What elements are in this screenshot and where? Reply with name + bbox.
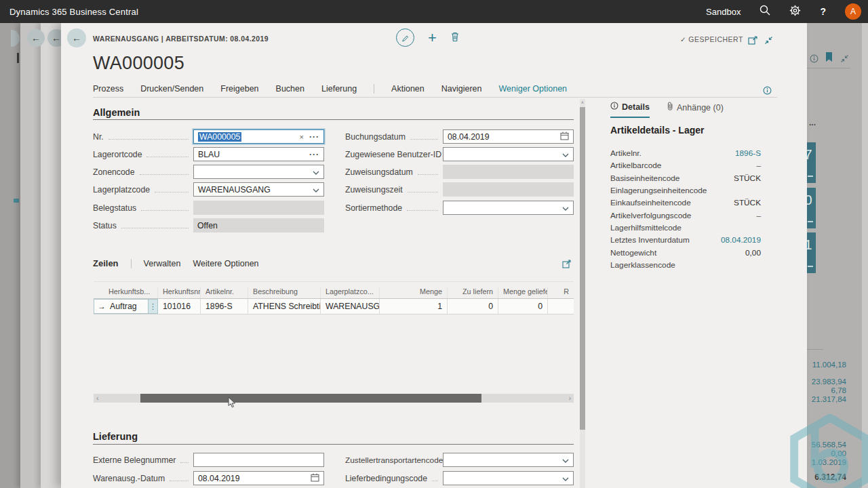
chevron-down-icon[interactable] [562, 474, 569, 483]
tab-anhaenge[interactable]: Anhänge (0) [667, 102, 724, 118]
chevron-down-icon[interactable] [313, 185, 319, 195]
menu-navigieren[interactable]: Navigieren [441, 84, 482, 94]
factbox-heading: Artikeldetails - Lager [610, 125, 705, 136]
warenausgang-card-page: ← WARENAUSGANG | ARBEITSDATUM: 08.04.201… [61, 23, 807, 488]
search-icon[interactable] [760, 5, 770, 18]
column-header[interactable]: Herkunftsb... [94, 287, 158, 298]
info-icon[interactable] [763, 85, 772, 98]
externe-belegnummer-field[interactable] [193, 453, 324, 467]
column-header[interactable]: Menge geliefert [498, 287, 548, 298]
lagerortcode-field[interactable]: BLAU ··· [193, 147, 324, 161]
column-header[interactable]: Beschreibung [248, 287, 321, 298]
chevron-down-icon[interactable] [562, 150, 569, 159]
zustellertransportartencode-field[interactable] [443, 453, 574, 467]
field-label: Zustellertransportartencode [345, 455, 443, 465]
field-label: Zuweisungszeit [345, 185, 443, 195]
empty-cell[interactable] [548, 299, 574, 314]
scrollbar-thumb[interactable] [140, 394, 481, 403]
field-label: Externe Belegnummer [93, 455, 193, 465]
zonencode-field[interactable] [193, 165, 324, 179]
lines-more-options-menu[interactable]: Weitere Optionen [193, 259, 258, 268]
info-icon [610, 102, 618, 112]
column-header[interactable]: Menge [380, 287, 448, 298]
lines-manage-menu[interactable]: Verwalten [144, 259, 181, 268]
environment-badge[interactable]: Sandbox [706, 7, 741, 17]
lines-table: Herkunftsb... Herkunftsnr. Artikelnr. Be… [94, 281, 574, 314]
scroll-up-icon[interactable]: ∧ [580, 99, 585, 106]
chevron-down-icon[interactable] [313, 167, 319, 177]
buchungsdatum-field[interactable]: 08.04.2019 [443, 129, 574, 144]
description-cell[interactable]: ATHENS Schreibtisch [248, 299, 321, 314]
field-label: Lieferbedingungscode [345, 474, 443, 483]
column-header[interactable]: Lagerplatzco... [321, 287, 380, 298]
scroll-left-icon[interactable]: ‹ [96, 394, 98, 403]
tab-details[interactable]: Details [610, 102, 650, 118]
scrollbar-thumb[interactable] [580, 107, 585, 430]
chevron-down-icon[interactable] [562, 203, 569, 213]
source-document-cell[interactable]: → Auftrag ⋮ [94, 299, 158, 314]
clear-icon[interactable]: × [300, 133, 304, 141]
content-vertical-scrollbar[interactable]: ∧ [580, 99, 585, 488]
help-icon[interactable]: ? [820, 6, 826, 17]
user-avatar[interactable]: A [845, 3, 861, 20]
zugewiesene-benutzer-id-field[interactable] [443, 147, 574, 161]
divider [807, 68, 850, 68]
calendar-icon[interactable] [311, 473, 319, 484]
row-options-icon[interactable]: ⋮ [148, 300, 157, 314]
factbox-tabs: Details Anhänge (0) [610, 102, 724, 118]
factbox-value[interactable]: 08.04.2019 [721, 235, 761, 245]
factbox-value: – [756, 211, 761, 220]
qty-to-ship-cell[interactable]: 0 [448, 299, 498, 314]
nr-field[interactable]: WA000005 × ··· [193, 129, 324, 144]
bin-code-cell[interactable]: WARENAUSGANG [321, 299, 380, 314]
column-header[interactable]: Zu liefern [448, 287, 498, 298]
factbox-label: Artikelnr. [610, 148, 642, 158]
app-title[interactable]: Dynamics 365 Business Central [9, 7, 138, 17]
menu-prozess[interactable]: Prozess [93, 84, 123, 94]
open-in-window-icon[interactable] [748, 35, 758, 47]
chevron-down-icon[interactable] [562, 455, 569, 465]
page-title: WA000005 [93, 53, 184, 74]
settings-gear-icon[interactable] [789, 5, 801, 19]
zuweisungszeit-field [443, 182, 574, 197]
focus-mode-icon[interactable] [562, 259, 571, 271]
lagerplatzcode-field[interactable]: WARENAUSGANG [193, 182, 324, 197]
dotted-leader [121, 222, 189, 228]
column-header[interactable]: Artikelnr. [201, 287, 248, 298]
qty-cell[interactable]: 1 [380, 299, 448, 314]
item-no-cell[interactable]: 1896-S [201, 299, 248, 314]
video-watermark-logo [785, 414, 868, 488]
factbox-label: Letztes Inventurdatum [610, 235, 690, 245]
warenausgangsdatum-field[interactable]: 08.04.2019 [193, 471, 324, 485]
source-no-cell[interactable]: 101016 [158, 299, 201, 314]
new-button[interactable]: + [428, 31, 437, 45]
lieferbedingungscode-field[interactable] [443, 471, 574, 485]
table-row[interactable]: → Auftrag ⋮ 101016 1896-S ATHENS Schreib… [94, 299, 574, 314]
assist-edit-icon[interactable]: ··· [309, 152, 319, 157]
collapse-icon[interactable] [764, 35, 773, 47]
calendar-icon[interactable] [560, 131, 569, 142]
divider [93, 119, 574, 120]
menu-drucken-senden[interactable]: Drucken/Senden [140, 84, 203, 94]
assist-edit-icon[interactable]: ··· [309, 134, 319, 140]
factbox-label: Basiseinheitencode [610, 174, 679, 183]
menu-weniger-optionen[interactable]: Weniger Optionen [499, 84, 568, 94]
status-field: Offen [193, 218, 324, 232]
background-amount: 23.983,94 [812, 378, 846, 386]
table-horizontal-scrollbar[interactable]: ‹ › [94, 394, 574, 403]
sortiermethode-field[interactable] [443, 201, 574, 215]
delete-button[interactable] [450, 31, 460, 45]
column-header[interactable]: R [548, 287, 574, 298]
edit-button[interactable] [396, 28, 414, 47]
menu-aktionen[interactable]: Aktionen [391, 84, 425, 94]
scroll-right-icon[interactable]: › [569, 394, 571, 403]
factbox-value[interactable]: 1896-S [735, 148, 761, 158]
column-header[interactable]: Herkunftsnr. [158, 287, 201, 298]
table-header-row: Herkunftsb... Herkunftsnr. Artikelnr. Be… [94, 281, 574, 299]
menu-buchen[interactable]: Buchen [276, 84, 304, 94]
menu-freigeben[interactable]: Freigeben [220, 84, 258, 94]
menu-lieferung[interactable]: Lieferung [321, 84, 357, 94]
qty-shipped-cell[interactable]: 0 [498, 299, 548, 314]
mouse-cursor [228, 396, 236, 411]
back-button[interactable]: ← [67, 28, 86, 47]
